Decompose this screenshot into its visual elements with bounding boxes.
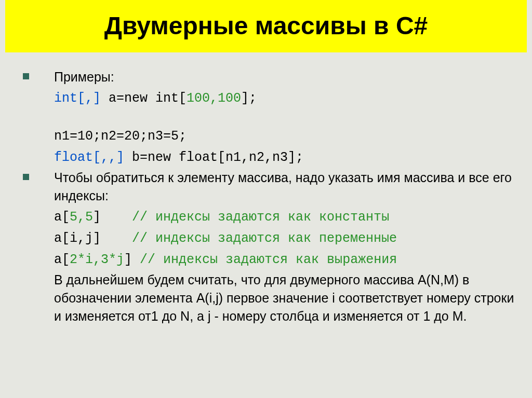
code-comment: // индексы задаются как константы [132, 210, 389, 225]
index-line-3: a[2*i,3*j] // индексы задаются как выраж… [54, 250, 520, 269]
code-seg: ] [93, 210, 132, 225]
bullet-col [12, 169, 54, 180]
code-number: 2*i,3*j [70, 252, 124, 267]
code-type: int [54, 91, 77, 106]
code-brackets: [,] [77, 91, 101, 106]
slide: Двумерные массивы в C# Примеры: int[,] a… [0, 0, 532, 398]
index-line-1: a[5,5] // индексы задаются как константы [54, 207, 520, 226]
code-seg: ] [124, 252, 140, 267]
index-row-3: a[2*i,3*j] // индексы задаются как выраж… [12, 250, 520, 269]
bullet-col [12, 68, 54, 79]
bullet-row-1: Примеры: [12, 68, 520, 86]
code-comment: // индексы задаются как выражения [140, 252, 397, 267]
code-line-3: float[,,] b=new float[n1,n2,n3]; [54, 147, 520, 167]
code-seg: b=new float[n1,n2,n3]; [124, 150, 303, 165]
index-row-2: a[i,j] // индексы задаются как переменны… [12, 228, 520, 248]
spacer [12, 109, 520, 127]
slide-title: Двумерные массивы в C# [104, 12, 428, 39]
code-line-1: int[,] a=new int[100,100]; [54, 88, 520, 107]
code-comment: // индексы задаются как переменные [132, 231, 397, 246]
code-row-2: n1=10;n2=20;n3=5; [12, 127, 520, 145]
code-row-3: float[,,] b=new float[n1,n2,n3]; [12, 147, 520, 167]
code-line-2: n1=10;n2=20;n3=5; [54, 127, 520, 145]
code-seg: a[ [54, 252, 70, 267]
bullet-1-label: Примеры: [54, 68, 520, 86]
code-brackets: [,,] [93, 150, 124, 165]
code-seg: a=new int[ [101, 91, 187, 106]
bullet-2-text: Чтобы обратиться к элементу массива, над… [54, 169, 520, 205]
index-line-2: a[i,j] // индексы задаются как переменны… [54, 228, 520, 248]
bullet-icon [23, 73, 29, 79]
code-seg: ]; [241, 91, 257, 106]
content-area: Примеры: int[,] a=new int[100,100]; n1=1… [0, 52, 532, 325]
code-number: 5,5 [70, 210, 93, 225]
paragraph-text: В дальнейшем будем считать, что для двум… [54, 271, 520, 325]
code-type: float [54, 150, 93, 165]
code-seg: a[i,j] [54, 231, 132, 246]
title-band: Двумерные массивы в C# [5, 0, 527, 52]
code-seg: a[ [54, 210, 70, 225]
paragraph-row: В дальнейшем будем считать, что для двум… [12, 271, 520, 325]
code-row-1: int[,] a=new int[100,100]; [12, 88, 520, 107]
bullet-icon [23, 174, 29, 180]
bullet-row-2: Чтобы обратиться к элементу массива, над… [12, 169, 520, 205]
index-row-1: a[5,5] // индексы задаются как константы [12, 207, 520, 226]
code-number: 100,100 [187, 91, 241, 106]
